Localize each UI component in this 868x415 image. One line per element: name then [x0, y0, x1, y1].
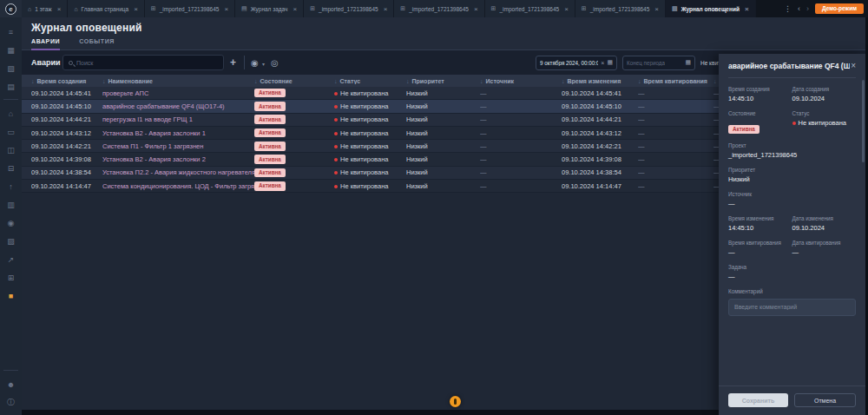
add-button[interactable]: + [230, 56, 236, 69]
tab-close-icon[interactable]: × [384, 5, 388, 13]
sort-icon[interactable]: ↓ [31, 78, 35, 84]
window-tab[interactable]: ⊞ _imported_1721398645 × [485, 0, 575, 17]
calendar-icon[interactable]: ▦ [607, 59, 613, 66]
sidebar-item-icon[interactable]: ≡ [0, 23, 22, 41]
date-to-input[interactable]: Конец периода ▦ [622, 56, 695, 70]
comment-input[interactable] [728, 299, 856, 316]
table-column-header[interactable]: ↓ Время изменения [562, 78, 638, 84]
kebab-menu-icon[interactable]: ⋮ [784, 5, 792, 13]
cell-modified: 09.10.2024 14:45:10 [562, 102, 638, 110]
nav-forward-icon[interactable]: › [806, 5, 809, 13]
panel-scrollbar[interactable] [862, 80, 865, 162]
cell-name-link[interactable]: перегрузка I1 на вводе ГРЩ 1 [102, 115, 254, 123]
cell-name-link[interactable]: аварийное срабатывание QF4 (ЩО17-4) [102, 102, 254, 110]
cell-state: Активна [254, 181, 334, 191]
cell-name-link[interactable]: Система П1 - Фильтр 1 загрязнен [102, 142, 254, 150]
tab-close-icon[interactable]: × [293, 5, 297, 13]
cancel-button[interactable]: Отмена [794, 393, 856, 407]
table-column-header[interactable]: ↓ Источник [480, 78, 562, 84]
tab-close-icon[interactable]: × [654, 5, 659, 13]
window-tab[interactable]: ⊞ _imported_1721398645 × [304, 0, 394, 17]
sort-icon[interactable]: ↓ [638, 78, 641, 84]
sidebar-item-icon[interactable]: ⊟ [0, 159, 22, 177]
table-column-header[interactable]: ↓ Время создания [31, 78, 102, 84]
sidebar-glyph: ⊞ [8, 273, 15, 282]
sidebar-glyph: ⓘ [7, 397, 15, 408]
sort-icon[interactable]: ↓ [334, 78, 338, 84]
window-tab[interactable]: ⌂ Главная страница × [68, 0, 144, 17]
table-column-header[interactable]: ↓ Состояние [254, 78, 334, 84]
page-tab[interactable]: АВАРИИ [31, 38, 60, 49]
cell-acked: — [638, 129, 713, 137]
cell-priority: Низкий [406, 182, 480, 190]
sidebar-glyph: ↗ [8, 255, 15, 264]
cell-name-link[interactable]: Установка П2.2 - Авария жидкостного нагр… [102, 168, 254, 176]
sort-icon[interactable]: ↓ [254, 78, 258, 84]
window-tab[interactable]: ⊞ _imported_1721398645 × [145, 0, 235, 17]
window-tab[interactable]: ▤ Журнал задач × [235, 0, 304, 17]
sort-icon[interactable]: ↓ [562, 78, 565, 84]
sidebar-item-icon[interactable]: ↗ [0, 250, 22, 268]
tab-close-icon[interactable]: × [564, 5, 569, 13]
status-text: Не квитирована [340, 102, 388, 110]
sidebar-item-icon[interactable]: ▥ [0, 195, 22, 214]
cell-name-link[interactable]: Установка В2 - Авария заслонки 2 [102, 155, 254, 163]
sidebar-item-icon[interactable]: ⊞ [0, 268, 22, 287]
sidebar-item-icon[interactable]: ◉ [0, 214, 22, 232]
calendar-icon[interactable]: ▦ [685, 59, 691, 66]
close-icon[interactable]: × [851, 62, 856, 70]
app-logo[interactable]: е [0, 0, 22, 17]
table-column-header[interactable]: ↓ Приоритет [406, 78, 480, 84]
table-column-header[interactable]: ↓ Статус [334, 78, 406, 84]
nav-back-icon[interactable]: ‹ [798, 5, 800, 13]
save-button[interactable]: Сохранить [728, 393, 788, 407]
cell-created: 09.10.2024 14:45:10 [31, 102, 102, 110]
sort-icon[interactable]: ↓ [713, 78, 717, 84]
sidebar-item-icon[interactable]: ▨ [0, 232, 22, 250]
notifications-badge[interactable] [450, 396, 461, 407]
acknowledge-icon[interactable]: ◉ [251, 58, 259, 68]
tab-close-icon[interactable]: × [745, 5, 749, 13]
state-badge: Активна [254, 168, 286, 178]
cell-status: Не квитирована [334, 89, 406, 97]
search-input[interactable] [76, 60, 218, 66]
sidebar-item-icon[interactable]: ▦ [0, 41, 22, 59]
sidebar-item-icon[interactable]: ■ [0, 287, 22, 305]
settings-icon[interactable]: ◎ [271, 58, 279, 68]
window-tab[interactable]: ▤ Журнал оповещений × [666, 0, 756, 17]
sidebar-item-icon[interactable]: ↑ [0, 177, 22, 195]
window-tab[interactable]: ⊞ _imported_1721398645 × [575, 0, 666, 17]
table-column-header[interactable]: ↓ Наименование [102, 78, 254, 84]
sidebar-item-icon[interactable]: ◫ [0, 141, 22, 159]
window-tab[interactable]: ⊞ _imported_1721398645 × [394, 0, 484, 17]
sort-icon[interactable]: ↓ [480, 78, 483, 84]
tab-close-icon[interactable]: × [57, 5, 62, 13]
sidebar-bottom-icon[interactable]: ⓘ [0, 393, 22, 412]
cell-created: 09.10.2024 14:45:41 [31, 89, 102, 97]
clear-date-icon[interactable]: × [601, 60, 604, 66]
window-tabs: ⌂ 1 этаж × ⌂ Главная страница × ⊞ _impor… [22, 0, 756, 17]
column-label: Состояние [260, 78, 293, 84]
cell-name-link[interactable]: Установка В2 - Авария заслонки 1 [102, 129, 254, 137]
sidebar-bottom-icon[interactable]: ☻ [0, 375, 22, 393]
date-from-input[interactable]: 9 октября 2024, 00:00:00 × ▦ [536, 56, 617, 70]
page-tab[interactable]: СОБЫТИЯ [79, 38, 115, 49]
status-dot-icon [334, 92, 338, 96]
tab-type-icon: ⊞ [582, 5, 587, 12]
tab-close-icon[interactable]: × [474, 5, 478, 13]
table-column-header[interactable]: ↓ Время квитирования [638, 78, 713, 84]
sidebar-item-icon[interactable]: ▭ [0, 122, 22, 141]
window-tab[interactable]: ⌂ 1 этаж × [22, 0, 68, 17]
tab-close-icon[interactable]: × [134, 5, 138, 13]
tab-close-icon[interactable]: × [224, 5, 228, 13]
demo-mode-button[interactable]: Демо-режим [815, 3, 864, 15]
sidebar-item-icon[interactable]: ▤ [0, 77, 22, 96]
sidebar-item-icon[interactable]: ⌂ [0, 104, 22, 122]
cell-name-link[interactable]: Система кондиционирования. ЦОД - Фильтр … [102, 182, 254, 190]
cell-source: — [480, 102, 562, 110]
sidebar-item-icon[interactable]: ▧ [0, 59, 22, 77]
cell-name-link[interactable]: проверьте АПС [102, 89, 254, 97]
sort-icon[interactable]: ↓ [102, 78, 106, 84]
sort-icon[interactable]: ↓ [406, 78, 410, 84]
chevron-down-icon[interactable]: ▾ [262, 61, 265, 67]
